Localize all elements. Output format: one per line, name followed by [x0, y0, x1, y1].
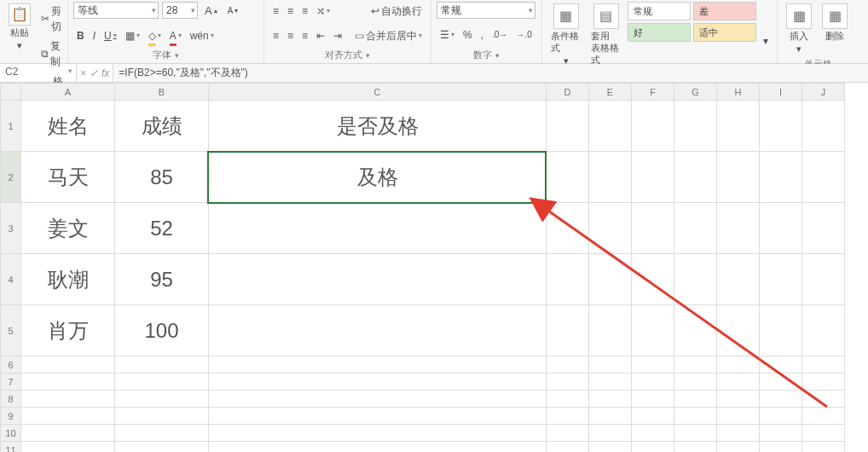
- cell[interactable]: 是否及格: [209, 101, 547, 152]
- cell[interactable]: 100: [115, 305, 209, 356]
- cell[interactable]: [717, 152, 760, 203]
- style-good[interactable]: 好: [628, 23, 691, 42]
- cell[interactable]: 姜文: [21, 203, 115, 254]
- insert-cells-button[interactable]: ▦ 插入▾: [783, 2, 815, 56]
- cell[interactable]: [632, 305, 674, 356]
- increase-indent-button[interactable]: ⇥: [330, 26, 345, 45]
- styles-more-button[interactable]: ▾: [760, 32, 772, 50]
- row-header[interactable]: 3: [1, 203, 21, 254]
- cell[interactable]: [547, 442, 589, 453]
- align-left-button[interactable]: ≡: [269, 26, 282, 45]
- col-header[interactable]: G: [674, 84, 717, 101]
- cell[interactable]: [547, 374, 589, 391]
- cell[interactable]: [547, 391, 589, 408]
- fill-color-button[interactable]: ◇ ▾: [145, 26, 165, 45]
- cell[interactable]: [589, 408, 632, 425]
- col-header[interactable]: C: [209, 84, 547, 101]
- align-center-button[interactable]: ≡: [284, 26, 297, 45]
- fx-icon[interactable]: fx: [101, 67, 109, 79]
- cell[interactable]: [209, 391, 547, 408]
- cell[interactable]: [589, 152, 632, 203]
- bold-button[interactable]: B: [73, 26, 88, 45]
- cancel-formula-icon[interactable]: ×: [80, 67, 86, 79]
- style-neutral[interactable]: 适中: [693, 23, 756, 42]
- cell[interactable]: [632, 356, 674, 374]
- cell[interactable]: [547, 254, 589, 305]
- cell[interactable]: [802, 152, 845, 203]
- cell[interactable]: [717, 305, 760, 356]
- worksheet[interactable]: A B C D E F G H I J 1 姓名 成绩 是否及格 2 马天 85…: [0, 83, 868, 452]
- cell[interactable]: [632, 442, 674, 453]
- cell[interactable]: [760, 442, 802, 453]
- cell[interactable]: [760, 356, 802, 374]
- cell[interactable]: [21, 408, 115, 425]
- style-normal[interactable]: 常规: [628, 2, 691, 20]
- align-bottom-button[interactable]: ≡: [298, 2, 311, 20]
- cell[interactable]: [760, 254, 802, 305]
- cell[interactable]: 85: [115, 152, 209, 203]
- row-header[interactable]: 11: [1, 442, 21, 453]
- align-top-button[interactable]: ≡: [269, 2, 282, 20]
- cell[interactable]: [802, 374, 845, 391]
- cell[interactable]: [802, 305, 845, 356]
- cell[interactable]: [115, 425, 209, 442]
- row-header[interactable]: 4: [1, 254, 21, 305]
- cell[interactable]: [760, 425, 802, 442]
- phonetic-button[interactable]: wén▾: [187, 26, 217, 45]
- font-color-button[interactable]: A ▾: [166, 26, 185, 45]
- cell[interactable]: [802, 101, 845, 152]
- cell[interactable]: [547, 425, 589, 442]
- cell[interactable]: [209, 408, 547, 425]
- cell[interactable]: [632, 101, 674, 152]
- cell[interactable]: [21, 442, 115, 453]
- cell[interactable]: [547, 203, 589, 254]
- cell[interactable]: [547, 152, 589, 203]
- cell[interactable]: [802, 254, 845, 305]
- comma-button[interactable]: ,: [477, 26, 487, 44]
- border-button[interactable]: ▦▾: [122, 26, 143, 45]
- cell[interactable]: [802, 203, 845, 254]
- align-right-button[interactable]: ≡: [298, 26, 311, 45]
- cell[interactable]: [632, 408, 674, 425]
- cell[interactable]: [717, 254, 760, 305]
- cell[interactable]: [674, 391, 717, 408]
- cell[interactable]: [589, 425, 632, 442]
- decrease-font-button[interactable]: A▾: [224, 2, 242, 20]
- cell[interactable]: [589, 254, 632, 305]
- cell[interactable]: [717, 408, 760, 425]
- row-header[interactable]: 8: [1, 391, 21, 408]
- row-header[interactable]: 7: [1, 374, 21, 391]
- cell[interactable]: [547, 101, 589, 152]
- cell[interactable]: [674, 305, 717, 356]
- cell[interactable]: [21, 356, 115, 374]
- col-header[interactable]: F: [632, 84, 674, 101]
- cell[interactable]: [717, 374, 760, 391]
- cell[interactable]: [115, 442, 209, 453]
- cell[interactable]: [209, 442, 547, 453]
- cell[interactable]: [802, 408, 845, 425]
- increase-decimal-button[interactable]: .0→: [489, 26, 511, 44]
- cell[interactable]: [632, 374, 674, 391]
- col-header[interactable]: B: [115, 84, 209, 101]
- delete-cells-button[interactable]: ▦ 删除: [819, 2, 851, 43]
- dialog-launcher-icon[interactable]: ▾: [175, 51, 179, 60]
- cell[interactable]: [760, 101, 802, 152]
- dialog-launcher-icon[interactable]: ▾: [366, 51, 370, 60]
- row-header[interactable]: 1: [1, 101, 21, 152]
- cell[interactable]: [717, 203, 760, 254]
- cell[interactable]: [717, 356, 760, 374]
- decrease-decimal-button[interactable]: →.0: [512, 26, 535, 44]
- select-all-corner[interactable]: [1, 84, 21, 101]
- cell[interactable]: [674, 254, 717, 305]
- percent-button[interactable]: %: [460, 26, 476, 44]
- cell[interactable]: [21, 391, 115, 408]
- cut-button[interactable]: ✂ 剪切: [38, 2, 67, 36]
- cell[interactable]: [632, 203, 674, 254]
- col-header[interactable]: H: [717, 84, 760, 101]
- cell[interactable]: [115, 374, 209, 391]
- cell[interactable]: 耿潮: [21, 254, 115, 305]
- cell[interactable]: [760, 391, 802, 408]
- cell[interactable]: [674, 374, 717, 391]
- cell[interactable]: [802, 356, 845, 374]
- cell-selected[interactable]: 及格: [209, 152, 547, 203]
